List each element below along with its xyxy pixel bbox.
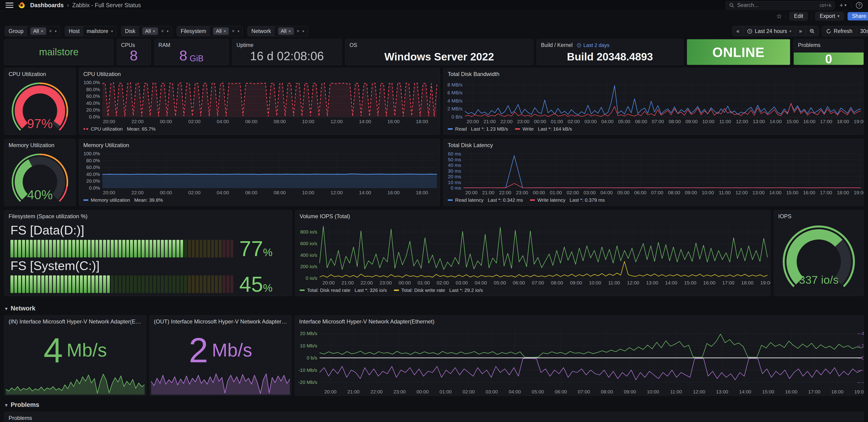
close-icon[interactable]: × [153, 29, 155, 34]
legend-item[interactable]: CPU utilizationMean: 65.7% [83, 126, 155, 132]
disk-latency-chart[interactable]: 20:0021:0022:0023:0000:0001:0002:0003:00… [443, 149, 864, 196]
filter-filesystem[interactable]: Filesystem All× × ▾ [177, 26, 243, 36]
svg-text:10:00: 10:00 [302, 190, 314, 195]
panel-net-chart: Interface Microsoft Hyper-V Network Adap… [295, 315, 864, 396]
panel-title[interactable]: Volume IOPS (Total) [296, 210, 770, 221]
zoom-out-icon [809, 29, 815, 34]
svg-text:17:00: 17:00 [808, 389, 820, 394]
panel-problems-stat: Problems 0 [794, 39, 864, 65]
close-icon[interactable]: × [223, 29, 226, 34]
panel-title[interactable]: (IN) Interface Microsoft Hyper-V Network… [4, 315, 146, 326]
stat-label: Build / Kernel [541, 42, 573, 48]
filter-disk[interactable]: Disk All× × ▾ [121, 26, 172, 36]
panel-title[interactable]: (OUT) Interface Microsoft Hyper-V Networ… [150, 315, 291, 326]
refresh-interval-picker[interactable]: 30s [856, 26, 868, 36]
legend-item[interactable]: Memory utilizationMean: 39.8% [83, 197, 163, 203]
star-icon[interactable]: ☆ [776, 12, 782, 20]
clear-icon[interactable]: × [49, 28, 52, 34]
svg-text:23:00: 23:00 [516, 190, 528, 195]
panel-title[interactable]: Total Disk Bandwidth [443, 68, 864, 78]
edit-button[interactable]: Edit [789, 12, 808, 21]
grafana-logo-icon[interactable] [18, 2, 26, 9]
section-problems[interactable]: ▾ Problems [4, 399, 864, 412]
cpu-chart[interactable]: 20:0022:0000:0002:0004:0006:0008:0010:00… [79, 78, 440, 125]
time-forward-button[interactable]: » [795, 26, 806, 36]
menu-icon[interactable] [6, 3, 13, 8]
refresh-icon [826, 29, 831, 34]
panel-title[interactable]: Problems [4, 412, 864, 422]
panel-title[interactable]: CPU Utilization [79, 68, 440, 78]
clear-icon[interactable]: × [297, 28, 300, 34]
panel-title[interactable]: IOPS [774, 210, 864, 221]
svg-text:97%: 97% [27, 116, 53, 131]
clear-icon[interactable]: × [231, 28, 235, 34]
legend-item[interactable]: Total: Disk read rateLast *: 326 io/s [300, 287, 387, 293]
refresh-button[interactable]: Refresh [822, 26, 856, 36]
panel-title[interactable]: Total Disk Latency [443, 139, 864, 149]
panel-cpus: CPUs 8 [117, 39, 151, 65]
chevron-down-icon: ▾ [302, 29, 304, 33]
panel-title[interactable]: CPU Utilization [4, 68, 75, 78]
filter-network[interactable]: Network All× × ▾ [247, 26, 308, 36]
svg-text:00:00: 00:00 [160, 119, 172, 124]
legend-item[interactable]: Read latencyLast *: 0.342 ms [448, 197, 523, 203]
svg-text:21:00: 21:00 [482, 190, 495, 195]
legend-item[interactable]: ReadLast *: 1.23 MB/s [448, 126, 508, 132]
legend-item[interactable]: Write latencyLast *: 0.379 ms [530, 197, 605, 203]
clear-icon[interactable]: × [161, 28, 164, 34]
top-nav: Dashboards › Zabbix - Full Server Status… [0, 0, 868, 11]
panel-title[interactable]: Interface Microsoft Hyper-V Network Adap… [295, 315, 864, 326]
close-icon[interactable]: × [41, 29, 43, 34]
help-icon[interactable]: ? [856, 2, 862, 8]
problems-badge: 0 [794, 53, 864, 65]
filter-host[interactable]: Host mailstore ▾ [65, 26, 117, 36]
time-back-button[interactable]: « [733, 26, 743, 36]
section-network[interactable]: ▾ Network [4, 303, 864, 315]
memory-chart[interactable]: 20:0022:0000:0002:0004:0006:0008:0010:00… [79, 149, 440, 196]
svg-text:40.0%: 40.0% [86, 171, 100, 177]
svg-text:10 ms: 10 ms [448, 180, 461, 185]
svg-text:04:00: 04:00 [601, 119, 614, 124]
svg-text:800 io/s: 800 io/s [300, 229, 317, 234]
search-shortcut: ctrl+k [820, 3, 832, 8]
time-override-link[interactable]: Last 2 days [577, 42, 610, 48]
svg-text:00:00: 00:00 [399, 280, 411, 285]
legend-item[interactable]: WriteLast *: 164 kB/s [515, 126, 572, 132]
chevron-down-icon: ▾ [789, 29, 792, 33]
legend-item[interactable]: Total: Disk write rateLast *: 29.2 io/s [394, 287, 483, 293]
export-button[interactable]: Export ▾ [815, 12, 844, 21]
net-interface-chart[interactable]: 20:0021:0022:0023:0000:0001:0002:0003:00… [295, 326, 864, 395]
svg-text:13:00: 13:00 [752, 190, 765, 195]
svg-text:16:00: 16:00 [785, 389, 798, 394]
panel-title[interactable]: Memory Utilization [4, 139, 75, 149]
svg-text:07:00: 07:00 [578, 389, 590, 394]
svg-text:17:00: 17:00 [820, 190, 832, 195]
panel-title[interactable]: Filesystem (Space utilization %) [4, 210, 292, 221]
fs-name: FS [Data(D:)] [10, 223, 286, 237]
filter-chip[interactable]: All× [142, 27, 158, 35]
volume-iops-chart[interactable]: 20:0021:0022:0023:0000:0001:0002:0003:00… [296, 221, 770, 286]
time-range-picker[interactable]: Last 24 hours ▾ [743, 26, 795, 36]
filter-chip[interactable]: All× [278, 27, 294, 35]
svg-text:09:00: 09:00 [570, 280, 582, 285]
disk-bandwidth-chart[interactable]: 20:0021:0022:0023:0000:0001:0002:0003:00… [443, 78, 864, 125]
fs-bar-gauge [10, 275, 233, 293]
legend-swatch [515, 128, 520, 130]
panel-disk-bandwidth: Total Disk Bandwidth 20:0021:0022:0023:0… [443, 68, 864, 135]
panel-title[interactable]: Memory Utilization [79, 139, 440, 149]
filter-chip[interactable]: All× [30, 27, 46, 35]
svg-text:05:00: 05:00 [618, 119, 630, 124]
svg-text:01:00: 01:00 [550, 190, 562, 195]
panel-volume-iops: Volume IOPS (Total) 20:0021:0022:0023:00… [295, 210, 771, 296]
legend-swatch [448, 199, 453, 201]
panel-uptime: Uptime 16 d 02:08:06 [232, 39, 342, 65]
zoom-out-button[interactable] [806, 26, 818, 36]
share-button[interactable]: Share [847, 12, 868, 21]
breadcrumb-dashboards[interactable]: Dashboards [30, 2, 64, 8]
search-input[interactable]: Search... ctrl+k [726, 1, 835, 9]
close-icon[interactable]: × [288, 29, 291, 34]
filter-chip[interactable]: All× [213, 27, 229, 35]
add-button[interactable]: + ▾ [839, 2, 846, 9]
filter-group[interactable]: Group All× × ▾ [5, 26, 60, 36]
svg-text:09:00: 09:00 [624, 389, 636, 394]
